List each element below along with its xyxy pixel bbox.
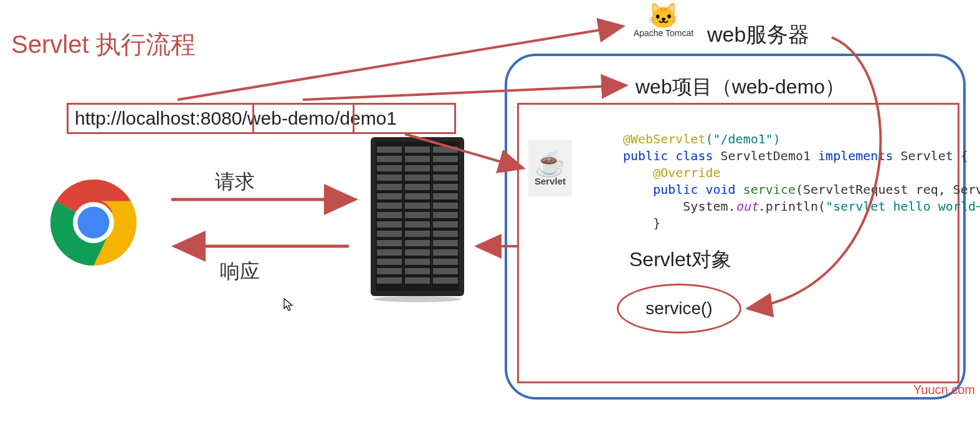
svg-rect-35: [405, 268, 430, 274]
svg-rect-50: [433, 268, 458, 274]
url-separator-2: [353, 103, 354, 134]
svg-rect-40: [433, 175, 458, 181]
svg-rect-43: [433, 203, 458, 209]
svg-rect-12: [377, 193, 402, 199]
svg-rect-21: [377, 277, 402, 284]
svg-rect-31: [405, 231, 430, 237]
svg-point-52: [374, 296, 461, 302]
svg-rect-18: [377, 249, 402, 256]
svg-rect-28: [405, 203, 430, 209]
svg-rect-17: [377, 240, 402, 246]
svg-rect-42: [433, 193, 458, 199]
svg-rect-15: [377, 221, 402, 228]
url-text: http://localhost:8080/web-demo/demo1: [75, 108, 397, 129]
svg-rect-37: [433, 146, 458, 153]
svg-rect-20: [377, 268, 402, 274]
svg-rect-14: [377, 212, 402, 218]
servlet-code: @WebServlet("/demo1") public class Servl…: [623, 131, 980, 232]
watermark-text: Yuucn.com: [913, 383, 975, 397]
svg-rect-39: [433, 165, 458, 171]
svg-rect-47: [433, 240, 458, 246]
svg-rect-32: [405, 240, 430, 246]
svg-rect-27: [405, 193, 430, 199]
svg-rect-30: [405, 221, 430, 228]
servlet-java-icon: ☕ Servlet: [528, 140, 572, 196]
servlet-object-label: Servlet对象: [629, 246, 731, 274]
svg-rect-34: [405, 259, 430, 265]
svg-point-2: [78, 207, 110, 239]
svg-rect-38: [433, 156, 458, 162]
svg-rect-41: [433, 184, 458, 190]
svg-rect-29: [405, 212, 430, 218]
mouse-cursor-icon: [283, 298, 293, 315]
tomcat-cat-icon: 🐱: [629, 3, 698, 28]
svg-rect-48: [433, 249, 458, 256]
svg-rect-26: [405, 184, 430, 190]
request-label: 请求: [215, 168, 255, 196]
svg-rect-45: [433, 221, 458, 228]
chrome-browser-icon: [47, 176, 140, 269]
servlet-icon-text: Servlet: [535, 176, 566, 186]
svg-rect-8: [377, 156, 402, 162]
svg-rect-24: [405, 165, 430, 171]
svg-rect-25: [405, 175, 430, 181]
url-box: http://localhost:8080/web-demo/demo1: [67, 103, 456, 134]
svg-rect-33: [405, 249, 430, 256]
diagram-title: Servlet 执行流程: [11, 27, 196, 62]
tomcat-logo: 🐱 Apache Tomcat: [629, 3, 698, 38]
svg-rect-46: [433, 231, 458, 237]
webproject-label: web项目（web-demo）: [635, 74, 845, 101]
url-separator-1: [252, 103, 254, 134]
svg-rect-44: [433, 212, 458, 218]
svg-rect-9: [377, 165, 402, 171]
svg-rect-13: [377, 203, 402, 209]
java-cup-icon: ☕: [535, 151, 566, 176]
svg-rect-23: [405, 156, 430, 162]
svg-rect-10: [377, 175, 402, 181]
svg-rect-11: [377, 184, 402, 190]
svg-rect-49: [433, 259, 458, 265]
svg-rect-19: [377, 259, 402, 265]
webserver-label: web服务器: [707, 21, 809, 49]
service-method-ellipse: service(): [617, 284, 741, 333]
svg-rect-7: [377, 146, 402, 153]
svg-rect-51: [433, 277, 458, 284]
svg-rect-16: [377, 231, 402, 237]
tomcat-text: Apache Tomcat: [629, 28, 698, 38]
response-label: 响应: [220, 258, 260, 285]
svg-rect-36: [405, 277, 430, 284]
svg-rect-22: [405, 146, 430, 153]
service-method-text: service(): [645, 299, 712, 319]
server-rack-icon: [364, 134, 470, 302]
